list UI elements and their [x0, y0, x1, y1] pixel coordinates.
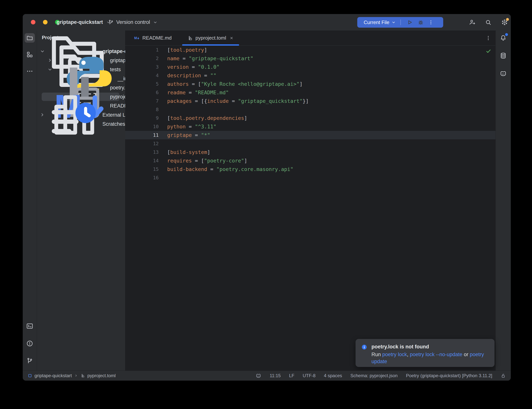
blue-square-icon [28, 373, 32, 378]
divider [400, 19, 401, 25]
code-text: python = "^3.11" [159, 124, 216, 130]
unlock-icon[interactable] [501, 373, 506, 378]
problems-tool-window-button[interactable] [25, 339, 35, 348]
code-text: packages = [{include = "griptape_quickst… [159, 98, 309, 104]
terminal-tool-window-button[interactable] [25, 321, 35, 331]
settings-button[interactable] [501, 19, 508, 26]
code-text: name = "griptape-quickstart" [159, 56, 253, 61]
code-text: version = "0.1.0" [159, 64, 220, 70]
code-text: readme = "README.md" [159, 90, 229, 95]
chevron-right-icon[interactable] [47, 57, 53, 64]
chevron-right-icon [74, 374, 78, 378]
chevron-down-icon[interactable] [39, 48, 46, 55]
line-number: 13 [125, 149, 159, 155]
status-item[interactable]: LF [289, 373, 294, 378]
code-line: 13[build-system] [125, 148, 495, 156]
structure-icon [26, 51, 33, 58]
status-item[interactable]: Poetry (griptape-quickstart) [Python 3.1… [406, 373, 492, 378]
tab-label: pyproject.toml [196, 35, 226, 41]
code-text: [tool.poetry.dependencies] [159, 115, 247, 121]
terminal-icon [26, 323, 33, 330]
status-item[interactable]: Schema: pyproject.json [350, 373, 398, 378]
vcs-selector-label: Version control [116, 19, 150, 25]
editor-tab-pyproject.toml[interactable]: [T]pyproject.toml [182, 30, 239, 46]
tab-label: README.md [142, 35, 172, 41]
editor-tab-README.md[interactable]: MREADME.md [129, 30, 177, 46]
more-run-options-button[interactable] [428, 19, 434, 25]
tree-item-label: __init__.py [118, 76, 125, 82]
structure-tool-window-button[interactable] [25, 50, 35, 59]
title-bar: griptape-quickstart Version control Curr… [23, 14, 511, 30]
editor-tab-bar: MREADME.md[T]pyproject.toml [125, 30, 495, 46]
notification-link[interactable]: poetry lock [382, 352, 407, 357]
right-tool-window-bar [495, 30, 511, 371]
active-tab-underline [182, 44, 239, 46]
svg-text:[T]: [T] [189, 38, 192, 40]
window-minimize-button[interactable] [43, 20, 47, 24]
notification-link[interactable]: poetry lock --no-update [410, 352, 462, 357]
ide-window: griptape-quickstart Version control Curr… [23, 14, 511, 381]
project-selector-label: griptape-quickstart [57, 19, 103, 25]
tree-item-label: pyproject.toml [110, 94, 125, 100]
toml-icon: [T] [187, 35, 193, 41]
ai-assistant-button[interactable] [498, 69, 508, 78]
vcs-selector[interactable]: Version control [108, 14, 158, 30]
info-icon [361, 344, 367, 350]
project-selector[interactable]: griptape-quickstart [57, 14, 111, 30]
version-control-tool-window-button[interactable] [25, 356, 35, 366]
code-line: 11griptape = "*" [125, 131, 495, 139]
svg-text:[T]: [T] [82, 376, 84, 377]
inspections-status-icon[interactable] [485, 48, 492, 54]
more-tool-windows-button[interactable] [25, 66, 35, 76]
line-number: 14 [125, 158, 159, 163]
tab-list-options-button[interactable] [485, 35, 491, 41]
database-tool-window-button[interactable] [498, 51, 508, 60]
copilot-icon [500, 70, 507, 77]
tree-row-Scratches and Consoles[interactable]: Scratches and Consoles [37, 120, 125, 129]
chevron-spacer [39, 121, 46, 127]
line-number: 11 [125, 132, 159, 138]
invite-user-button[interactable] [468, 19, 476, 26]
chevron-down-icon[interactable] [391, 20, 396, 25]
notifications-button[interactable] [498, 33, 508, 43]
run-button[interactable] [406, 19, 413, 26]
code-line: 4description = "" [125, 71, 495, 80]
project-tool-window: Project griptape-quickstart~/Documegript… [37, 30, 125, 371]
code-line: 14requires = ["poetry-core"] [125, 156, 495, 165]
line-number: 15 [125, 167, 159, 172]
project-tool-window-button[interactable] [25, 33, 35, 43]
breadcrumb-item[interactable]: pyproject.toml [87, 373, 116, 378]
breadcrumb-item[interactable]: griptape-quickstart [35, 373, 72, 378]
search-everywhere-button[interactable] [485, 19, 492, 26]
code-line: 12 [125, 139, 495, 148]
status-item[interactable]: UTF-8 [303, 373, 316, 378]
status-item[interactable]: 4 spaces [324, 373, 342, 378]
window-close-button[interactable] [31, 20, 35, 24]
status-item[interactable]: 11:15 [270, 373, 281, 378]
scratches-icon [46, 96, 102, 152]
tree-item-label: Scratches and Consoles [102, 121, 125, 127]
notification-text: or [462, 352, 470, 357]
line-number: 9 [125, 115, 159, 121]
chevron-down-icon [152, 19, 158, 25]
close-icon[interactable] [229, 36, 234, 40]
folder-icon [26, 34, 33, 41]
tree-item-label: External Libraries [102, 112, 125, 118]
code-text: requires = ["poetry-core"] [159, 158, 247, 164]
notification-popup: poetry.lock is not found Run poetry lock… [356, 339, 495, 367]
line-number: 7 [125, 98, 159, 104]
editor-area: MREADME.md[T]pyproject.toml 1[tool.poetr… [125, 30, 495, 371]
debug-button[interactable] [417, 19, 424, 26]
breadcrumb: griptape-quickstart[T]pyproject.toml [28, 373, 116, 378]
chevron-down-icon[interactable] [47, 66, 53, 73]
code-editor[interactable]: 1[tool.poetry]2name = "griptape-quicksta… [125, 46, 495, 371]
run-config-selector[interactable]: Current File [364, 19, 389, 25]
notifications-button-badge [505, 33, 508, 36]
chevron-right-icon[interactable] [39, 112, 46, 118]
code-line: 5authors = ["Kyle Roche <hello@griptape.… [125, 80, 495, 88]
code-line: 16 [125, 173, 495, 182]
code-line: 9[tool.poetry.dependencies] [125, 114, 495, 122]
markdown-icon: M [134, 35, 140, 41]
code-text: description = "" [159, 73, 216, 78]
copilot-status-icon[interactable] [256, 373, 261, 379]
